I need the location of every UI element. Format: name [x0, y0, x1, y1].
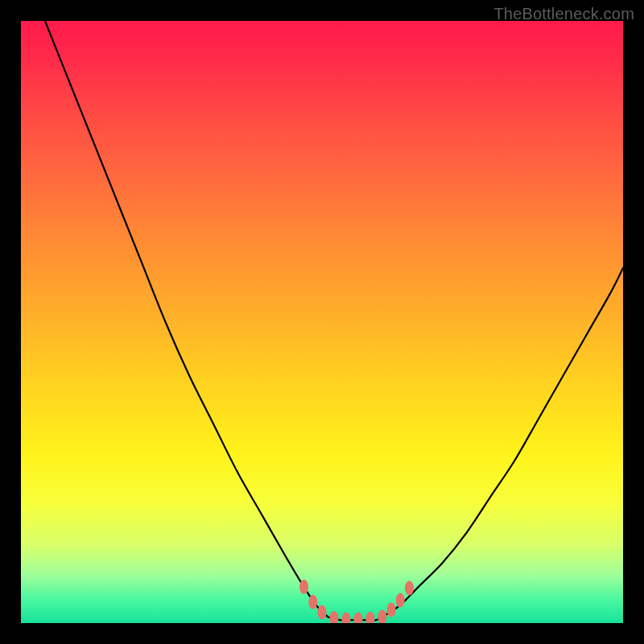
plot-area [21, 21, 623, 623]
data-marker [353, 613, 362, 623]
data-marker [387, 603, 396, 617]
data-marker [341, 613, 350, 623]
data-marker [365, 612, 374, 623]
data-marker [378, 610, 386, 623]
data-marker [405, 581, 414, 596]
left-curve [45, 21, 328, 617]
data-marker [396, 593, 405, 608]
data-marker [318, 605, 327, 620]
right-curve [382, 268, 623, 617]
chart-frame: TheBottleneck.com [0, 0, 644, 644]
watermark-text: TheBottleneck.com [493, 5, 634, 23]
chart-svg [21, 21, 623, 623]
data-marker [329, 611, 338, 623]
data-marker [299, 580, 308, 594]
data-marker [308, 595, 317, 609]
markers-group [299, 580, 414, 623]
